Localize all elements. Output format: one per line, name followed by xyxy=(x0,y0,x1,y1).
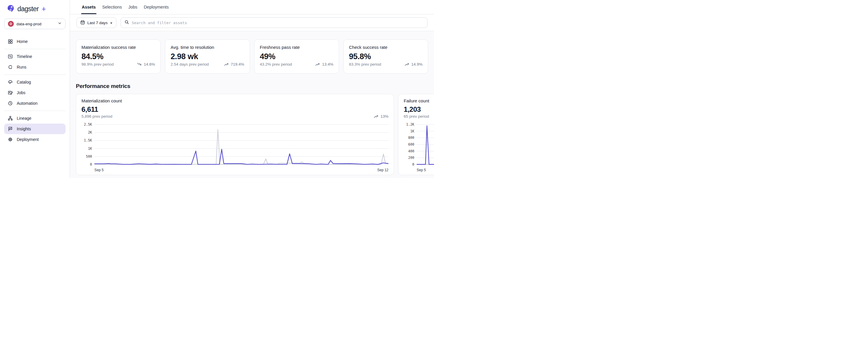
asset-search xyxy=(121,17,428,28)
dagster-octopus-icon xyxy=(7,4,15,13)
x-axis-start: Sep 5 xyxy=(417,168,426,172)
prev-period-label: 98.9% prev period xyxy=(82,62,114,66)
x-axis-end: Sep 12 xyxy=(377,168,389,172)
card-freshness-pass-rate: Freshness pass rate 49% 43.2% prev perio… xyxy=(254,39,339,73)
dagster-logo[interactable]: dagster + xyxy=(0,0,70,16)
trend-value: 719.4% xyxy=(231,62,244,66)
sidebar-item-label: Lineage xyxy=(17,116,31,121)
line-chart: 02004006008001K1.2K xyxy=(404,123,434,166)
search-icon xyxy=(124,20,129,26)
top-nav: Assets Selections Jobs Deployments xyxy=(70,0,434,14)
deployment-gear-icon xyxy=(8,137,13,142)
search-input[interactable] xyxy=(132,21,424,25)
sidebar-item-timeline[interactable]: Timeline xyxy=(4,51,66,62)
tab-selections[interactable]: Selections xyxy=(102,0,123,14)
main-content: Assets Selections Jobs Deployments Last … xyxy=(70,0,434,178)
card-value: 95.8% xyxy=(349,52,423,61)
chart-value: 6,611 xyxy=(82,105,389,114)
trend-value: 14.9% xyxy=(411,62,423,66)
card-check-success-rate: Check success rate 95.8% 83.3% prev peri… xyxy=(343,39,428,73)
sidebar-item-label: Insights xyxy=(17,126,31,131)
tab-jobs[interactable]: Jobs xyxy=(128,0,138,14)
chart-title: Materialization count xyxy=(82,98,389,103)
performance-charts: Materialization count 6,611 5,896 prev p… xyxy=(76,94,428,175)
sidebar-divider xyxy=(4,49,66,49)
materialization-count-chart-card: Materialization count 6,611 5,896 prev p… xyxy=(76,94,394,175)
card-materialization-success-rate: Materialization success rate 84.5% 98.9%… xyxy=(76,39,160,73)
automation-icon xyxy=(8,100,13,106)
prev-period-label: 65 prev period xyxy=(404,114,429,119)
sidebar-item-label: Automation xyxy=(17,101,38,106)
chart-title: Failure count xyxy=(404,98,434,103)
sidebar-item-label: Runs xyxy=(17,65,27,69)
chart-plot-area[interactable] xyxy=(417,123,434,166)
caret-down-icon xyxy=(110,21,113,25)
tab-assets[interactable]: Assets xyxy=(81,0,96,14)
date-range-button[interactable]: Last 7 days xyxy=(76,17,117,28)
top-nav-tabs: Assets Selections Jobs Deployments xyxy=(81,0,169,14)
sidebar-item-home[interactable]: Home xyxy=(4,36,66,47)
trending-down-icon xyxy=(137,62,142,66)
trend-indicator: 14.9% xyxy=(405,62,423,66)
x-axis-labels: Sep 5 Sep 12 xyxy=(417,168,434,172)
sidebar-divider xyxy=(4,75,66,75)
jobs-icon xyxy=(8,90,13,95)
sidebar-item-automation[interactable]: Automation xyxy=(4,98,66,109)
insights-icon xyxy=(8,126,13,131)
card-title: Freshness pass rate xyxy=(260,45,334,50)
trending-up-icon xyxy=(315,62,320,66)
sidebar-item-label: Jobs xyxy=(17,90,26,95)
timeline-icon xyxy=(8,54,13,59)
sidebar-item-runs[interactable]: Runs xyxy=(4,62,66,72)
failure-count-chart-card: Failure count 1,203 65 prev period 1,750… xyxy=(398,94,434,175)
y-axis-labels: 05001K1.5K2K2.5K xyxy=(82,123,94,166)
home-icon xyxy=(8,39,13,44)
sidebar-item-catalog[interactable]: Catalog xyxy=(4,77,66,87)
sidebar-item-lineage[interactable]: Lineage xyxy=(4,113,66,124)
prev-period-label: 5,896 prev period xyxy=(82,114,112,119)
dagster-app: dagster + D data-eng-prod Home xyxy=(0,0,434,178)
sidebar-item-deployment[interactable]: Deployment xyxy=(4,134,66,145)
line-chart: 05001K1.5K2K2.5K xyxy=(82,123,389,166)
prev-period-label: 83.3% prev period xyxy=(349,62,381,66)
trend-value: 14.6% xyxy=(144,62,155,66)
card-title: Avg. time to resolution xyxy=(170,45,244,50)
dagster-wordmark: dagster xyxy=(17,5,39,13)
trend-indicator: 13.4% xyxy=(315,62,333,66)
deployment-switcher-label: data-eng-prod xyxy=(17,22,55,26)
dagster-plus-badge: + xyxy=(42,5,46,13)
sidebar-item-jobs[interactable]: Jobs xyxy=(4,87,66,98)
card-value: 2.98 wk xyxy=(170,52,244,61)
sidebar-item-label: Catalog xyxy=(17,80,31,84)
x-axis-labels: Sep 5 Sep 12 xyxy=(94,168,389,172)
sidebar: dagster + D data-eng-prod Home xyxy=(0,0,70,178)
sidebar-item-label: Deployment xyxy=(17,137,39,142)
lineage-icon xyxy=(8,116,13,121)
trending-up-icon xyxy=(405,62,410,66)
tab-deployments[interactable]: Deployments xyxy=(143,0,169,14)
catalog-icon xyxy=(8,80,13,85)
performance-metrics-heading: Performance metrics xyxy=(76,83,428,89)
card-title: Check success rate xyxy=(349,45,423,50)
chevron-down-icon xyxy=(58,21,62,27)
trend-indicator: 719.4% xyxy=(224,62,244,66)
trend-value: 13% xyxy=(380,114,389,119)
trend-value: 13.4% xyxy=(322,62,333,66)
calendar-icon xyxy=(80,20,85,26)
chart-plot-area[interactable] xyxy=(94,123,389,166)
filter-bar: Last 7 days xyxy=(70,14,434,31)
trend-indicator: 13% xyxy=(374,114,389,119)
x-axis-start: Sep 5 xyxy=(94,168,103,172)
sidebar-nav: Home Timeline Runs xyxy=(0,36,70,145)
prev-period-label: 2.54 days prev period xyxy=(170,62,209,66)
sidebar-item-insights[interactable]: Insights xyxy=(4,124,66,134)
summary-cards: Materialization success rate 84.5% 98.9%… xyxy=(76,39,428,73)
trending-up-icon xyxy=(224,62,229,66)
card-avg-time-to-resolution: Avg. time to resolution 2.98 wk 2.54 day… xyxy=(165,39,250,73)
runs-icon xyxy=(8,64,13,70)
card-value: 49% xyxy=(260,52,334,61)
deployment-switcher[interactable]: D data-eng-prod xyxy=(4,19,66,29)
deployment-avatar: D xyxy=(8,21,14,27)
prev-period-label: 43.2% prev period xyxy=(260,62,292,66)
card-value: 84.5% xyxy=(82,52,155,61)
